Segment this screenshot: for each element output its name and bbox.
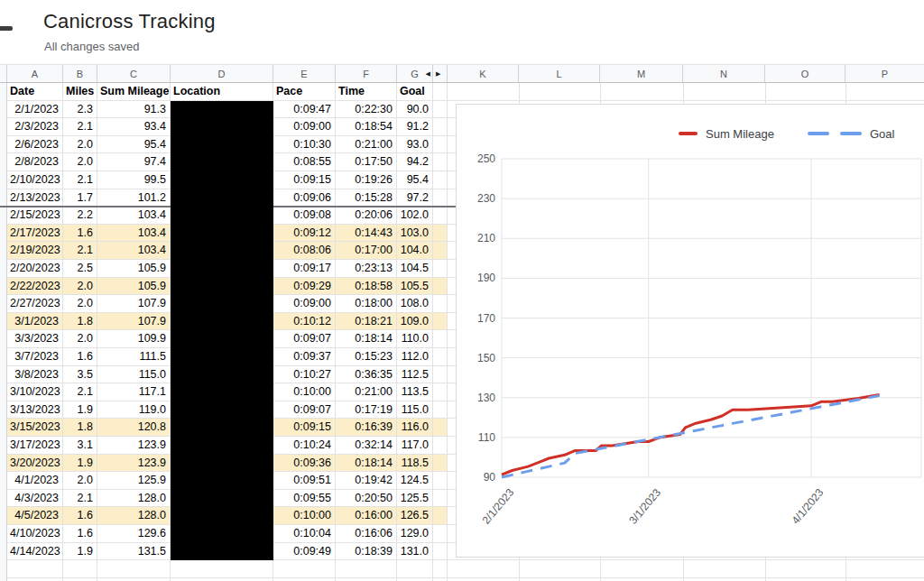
cell-pace[interactable]: 0:09:00 bbox=[273, 295, 336, 312]
column-header-C[interactable]: C bbox=[97, 65, 171, 82]
cell-time[interactable]: 0:18:54 bbox=[336, 118, 397, 135]
column-header-M[interactable]: M bbox=[600, 65, 683, 82]
cell-goal[interactable]: 129.0 bbox=[397, 525, 433, 542]
cell-sum-mileage[interactable]: 109.9 bbox=[97, 330, 171, 347]
cell-sum-mileage[interactable]: 97.4 bbox=[97, 153, 171, 171]
cell-time[interactable]: 0:23:13 bbox=[336, 260, 397, 277]
cell-sum-mileage[interactable]: 103.4 bbox=[97, 242, 171, 259]
cell-miles[interactable]: 2.2 bbox=[63, 207, 97, 224]
cell-sum-mileage[interactable]: 123.9 bbox=[97, 455, 171, 472]
cell-empty[interactable] bbox=[397, 560, 433, 577]
cell-pace[interactable]: 0:09:29 bbox=[273, 278, 336, 295]
cell-pace[interactable]: 0:09:37 bbox=[273, 348, 336, 365]
cell-date[interactable]: 2/20/2023 bbox=[7, 260, 63, 277]
cell-pace[interactable]: 0:09:15 bbox=[273, 419, 336, 436]
cell-goal[interactable]: 117.0 bbox=[397, 437, 433, 454]
header-cell-sum-mileage[interactable]: Sum Mileage bbox=[97, 83, 171, 100]
cell-sum-mileage[interactable]: 128.0 bbox=[97, 507, 171, 524]
header-cell-miles[interactable]: Miles bbox=[63, 83, 97, 100]
cell-time[interactable]: 0:18:14 bbox=[336, 330, 397, 347]
cell-time[interactable]: 0:36:35 bbox=[336, 366, 397, 383]
column-header-P[interactable]: P bbox=[845, 65, 924, 82]
cell-empty[interactable] bbox=[97, 560, 171, 577]
cell-filler[interactable] bbox=[433, 207, 448, 224]
cell-filler[interactable] bbox=[433, 101, 448, 118]
cell-filler[interactable] bbox=[433, 543, 448, 560]
cell-goal[interactable]: 112.0 bbox=[397, 348, 433, 365]
cell-miles[interactable]: 2.0 bbox=[63, 153, 97, 171]
cell-pace[interactable]: 0:08:06 bbox=[273, 242, 336, 259]
cell-miles[interactable]: 2.1 bbox=[63, 490, 97, 507]
cell-filler[interactable] bbox=[433, 401, 448, 419]
cell-time[interactable]: 0:18:21 bbox=[336, 313, 397, 330]
cell-date[interactable]: 3/1/2023 bbox=[7, 313, 63, 330]
cell-time[interactable]: 0:20:06 bbox=[336, 207, 397, 224]
cell-goal[interactable]: 124.5 bbox=[397, 472, 433, 489]
cell-goal[interactable]: 103.0 bbox=[397, 225, 433, 242]
cell-goal[interactable]: 131.0 bbox=[397, 543, 433, 560]
cell-sum-mileage[interactable]: 129.6 bbox=[97, 525, 171, 542]
unhide-columns-left-icon[interactable]: ◀ bbox=[426, 70, 430, 78]
cell-date[interactable]: 2/15/2023 bbox=[7, 207, 63, 224]
cell-miles[interactable]: 1.9 bbox=[63, 455, 97, 472]
cell-filler[interactable] bbox=[433, 153, 448, 171]
cell-goal[interactable]: 93.0 bbox=[397, 136, 433, 153]
cell-pace[interactable]: 0:09:17 bbox=[273, 260, 336, 277]
cell-miles[interactable]: 1.8 bbox=[63, 419, 97, 436]
header-cell-filler[interactable] bbox=[433, 83, 448, 100]
cell-date[interactable]: 2/27/2023 bbox=[7, 295, 63, 312]
cell-goal[interactable]: 102.0 bbox=[397, 207, 433, 224]
cell-time[interactable]: 0:18:14 bbox=[336, 455, 397, 472]
cell-time[interactable]: 0:14:43 bbox=[336, 225, 397, 242]
cell-filler[interactable] bbox=[433, 525, 448, 542]
cell-goal[interactable]: 108.0 bbox=[397, 295, 433, 312]
cell-sum-mileage[interactable]: 125.9 bbox=[97, 472, 171, 489]
cell-miles[interactable]: 1.6 bbox=[63, 225, 97, 242]
cell-goal[interactable]: 104.0 bbox=[397, 242, 433, 259]
cell-pace[interactable]: 0:09:49 bbox=[273, 543, 336, 560]
cell-pace[interactable]: 0:10:27 bbox=[273, 366, 336, 383]
cell-goal[interactable]: 112.5 bbox=[397, 366, 433, 383]
header-cell-pace[interactable]: Pace bbox=[273, 83, 336, 100]
unhide-columns-right-icon[interactable]: ▶ bbox=[436, 70, 440, 78]
cell-date[interactable]: 3/10/2023 bbox=[7, 383, 63, 401]
cell-sum-mileage[interactable]: 103.4 bbox=[97, 225, 171, 242]
cell-date[interactable]: 2/10/2023 bbox=[7, 171, 63, 189]
cell-filler[interactable] bbox=[433, 348, 448, 365]
cell-empty[interactable] bbox=[171, 560, 273, 577]
cell-filler[interactable] bbox=[433, 472, 448, 489]
cell-sum-mileage[interactable]: 115.0 bbox=[97, 366, 171, 383]
cell-empty[interactable] bbox=[273, 560, 336, 577]
cell-pace[interactable]: 0:09:55 bbox=[273, 490, 336, 507]
cell-date[interactable]: 2/1/2023 bbox=[7, 101, 63, 118]
header-cell-date[interactable]: Date bbox=[7, 83, 63, 100]
header-cell-time[interactable]: Time bbox=[336, 83, 397, 100]
cell-miles[interactable]: 2.0 bbox=[63, 472, 97, 489]
cell-sum-mileage[interactable]: 123.9 bbox=[97, 437, 171, 454]
cell-sum-mileage[interactable]: 105.9 bbox=[97, 260, 171, 277]
column-header-G[interactable]: G◀ bbox=[397, 65, 433, 82]
cell-filler[interactable] bbox=[433, 455, 448, 472]
cell-miles[interactable]: 1.9 bbox=[63, 543, 97, 560]
cell-miles[interactable]: 2.1 bbox=[63, 118, 97, 135]
cell-sum-mileage[interactable]: 103.4 bbox=[97, 207, 171, 224]
cell-date[interactable]: 4/10/2023 bbox=[7, 525, 63, 542]
cell-goal[interactable]: 94.2 bbox=[397, 153, 433, 171]
cell-filler[interactable] bbox=[433, 242, 448, 259]
cell-time[interactable]: 0:17:00 bbox=[336, 242, 397, 259]
cell-miles[interactable]: 1.6 bbox=[63, 348, 97, 365]
cell-miles[interactable]: 2.1 bbox=[63, 383, 97, 401]
cell-date[interactable]: 4/5/2023 bbox=[7, 507, 63, 524]
column-header-K[interactable]: K bbox=[448, 65, 519, 82]
column-header-E[interactable]: E bbox=[273, 65, 336, 82]
cell-pace[interactable]: 0:09:47 bbox=[273, 101, 336, 118]
cell-filler[interactable] bbox=[433, 437, 448, 454]
column-header-L[interactable]: L bbox=[519, 65, 600, 82]
cell-date[interactable]: 4/14/2023 bbox=[7, 543, 63, 560]
cell-sum-mileage[interactable]: 99.5 bbox=[97, 171, 171, 189]
cell-filler[interactable] bbox=[433, 330, 448, 347]
cell-miles[interactable]: 2.0 bbox=[63, 330, 97, 347]
cell-time[interactable]: 0:16:00 bbox=[336, 507, 397, 524]
cell-time[interactable]: 0:32:14 bbox=[336, 437, 397, 454]
cell-miles[interactable]: 2.0 bbox=[63, 295, 97, 312]
